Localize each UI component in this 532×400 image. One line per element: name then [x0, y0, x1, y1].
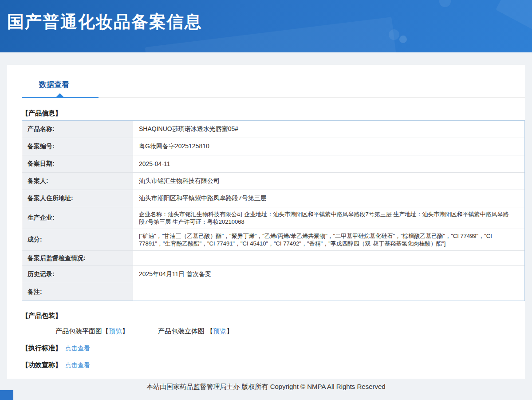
row-label: 产品名称: — [22, 121, 133, 138]
table-row-product-name: 产品名称: SHAQINUO莎琪诺冰透水光唇蜜05# — [22, 121, 524, 138]
row-label: 生产企业: — [22, 207, 133, 229]
row-label: 备案后监督检查情况: — [22, 251, 133, 265]
row-value: 2025-04-11 — [133, 155, 524, 172]
table-row-remarks: 备注: — [22, 283, 524, 301]
banner-decor-circle — [399, 36, 407, 43]
row-label: 备案人住所地址: — [22, 190, 133, 207]
row-label: 备案日期: — [22, 155, 133, 172]
standard-line: 【执行标准】点击查看 — [22, 344, 525, 352]
efficacy-view-link[interactable]: 点击查看 — [65, 361, 90, 368]
page-header-banner: 国产普通化妆品备案信息 — [0, 0, 532, 52]
tab-bar: 数据查看 — [7, 65, 525, 98]
row-value — [133, 283, 524, 301]
section-title-product-info: 【产品信息】 — [22, 109, 525, 118]
page-footer: 本站由国家药品监督管理局主办 版权所有 Copyright © NMPA All… — [0, 379, 532, 400]
row-label: 备注: — [22, 283, 133, 301]
row-value: SHAQINUO莎琪诺冰透水光唇蜜05# — [133, 121, 524, 138]
tab-data-view[interactable]: 数据查看 — [39, 79, 69, 90]
product-info-table: 产品名称: SHAQINUO莎琪诺冰透水光唇蜜05# 备案编号: 粤G妆网备字2… — [22, 120, 525, 301]
table-row-filer: 备案人: 汕头市铭汇生物科技有限公司 — [22, 173, 524, 190]
table-row-history: 历史记录: 2025年04月11日 首次备案 — [22, 266, 524, 283]
packaging-line: 产品包装平面图【预览】产品包装立体图 【预览】 — [55, 327, 525, 336]
table-row-supervision: 备案后监督检查情况: — [22, 251, 524, 266]
tab-active-underline — [22, 97, 99, 98]
row-label: 成分: — [22, 229, 133, 250]
row-label: 备案人: — [22, 173, 133, 190]
content-card: 数据查看 【产品信息】 产品名称: SHAQINUO莎琪诺冰透水光唇蜜05# 备… — [7, 65, 525, 379]
section-title-packaging: 【产品包装】 — [22, 312, 525, 320]
packaging-stereo-preview-link[interactable]: 预览 — [213, 327, 226, 335]
row-value: 汕头市铭汇生物科技有限公司 — [133, 173, 524, 190]
table-row-manufacturer: 生产企业: 企业名称：汕头市铭汇生物科技有限公司 企业地址：汕头市潮阳区和平镇紫… — [22, 207, 524, 229]
table-row-ingredients: 成分: ["矿油"，"甘油三（乙基己酸）酯"，"聚异丁烯"，"乙烯/丙烯/苯乙烯… — [22, 229, 524, 251]
row-value — [133, 251, 524, 265]
footer-copyright-text: 本站由国家药品监督管理局主办 版权所有 Copyright © NMPA All… — [146, 383, 385, 400]
packaging-stereo-label: 产品包装立体图 — [158, 327, 205, 335]
table-row-filing-number: 备案编号: 粤G妆网备字2025125810 — [22, 138, 524, 155]
row-value: 企业名称：汕头市铭汇生物科技有限公司 企业地址：汕头市潮阳区和平镇紫中路凤皋路段… — [133, 207, 524, 229]
table-row-filing-date: 备案日期: 2025-04-11 — [22, 155, 524, 173]
banner-decor-shape — [496, 0, 532, 39]
footer-corner-accent — [0, 390, 13, 400]
banner-decor-circle — [389, 29, 399, 40]
efficacy-line: 【功效宣称】点击查看 — [22, 361, 525, 369]
bracket: 】 — [226, 327, 233, 335]
row-label: 历史记录: — [22, 266, 133, 283]
bracket: 【 — [102, 327, 109, 335]
standard-view-link[interactable]: 点击查看 — [65, 345, 90, 352]
row-value: 2025年04月11日 首次备案 — [133, 266, 524, 283]
section-title-efficacy: 【功效宣称】 — [22, 361, 62, 368]
tab-active-arrow-icon — [56, 93, 63, 97]
page-title: 国产普通化妆品备案信息 — [7, 11, 202, 33]
table-row-filer-address: 备案人住所地址: 汕头市潮阳区和平镇紫中路凤皋路段7号第三层 — [22, 190, 524, 207]
packaging-flat-preview-link[interactable]: 预览 — [109, 327, 122, 335]
bracket: 【 — [205, 327, 213, 335]
row-value: ["矿油"，"甘油三（乙基己酸）酯"，"聚异丁烯"，"乙烯/丙烯/苯乙烯共聚物"… — [133, 229, 524, 250]
section-title-standard: 【执行标准】 — [22, 344, 62, 352]
row-label: 备案编号: — [22, 138, 133, 155]
banner-decor-circle — [439, 0, 451, 7]
packaging-flat-label: 产品包装平面图 — [55, 327, 102, 335]
bracket: 】 — [122, 327, 129, 335]
row-value: 粤G妆网备字2025125810 — [133, 138, 524, 155]
row-value: 汕头市潮阳区和平镇紫中路凤皋路段7号第三层 — [133, 190, 524, 207]
